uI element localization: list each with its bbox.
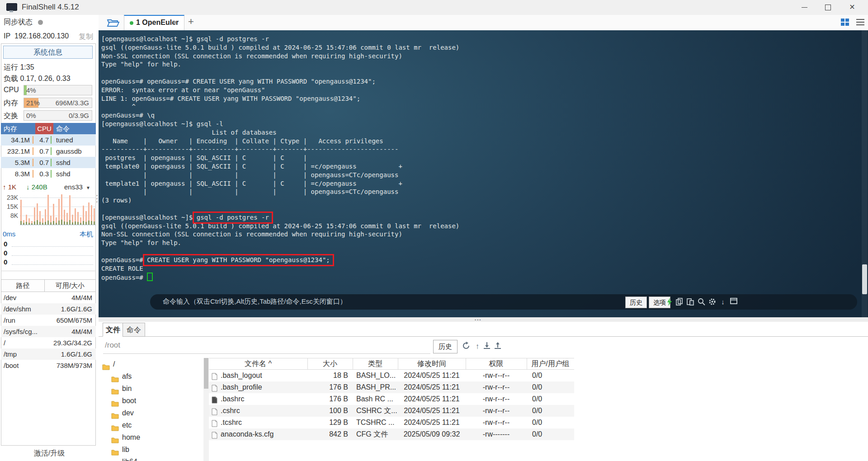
file-row-.tcshrc[interactable]: .tcshrc129 BTCSHRC ...2024/05/25 11:21-r…: [209, 417, 574, 428]
new-tab-button[interactable]: +: [188, 16, 194, 28]
ping-row: 0: [0, 240, 96, 249]
tree-item-etc[interactable]: etc: [99, 419, 203, 431]
path-history-button[interactable]: 历史: [433, 340, 458, 353]
window-icon[interactable]: [730, 298, 738, 306]
tree-item-dev[interactable]: dev: [99, 407, 203, 419]
download-bar: [34, 221, 35, 225]
tree-item-label: etc: [122, 419, 132, 431]
terminal-line: gsql ((openGauss-lite 5.0.1 build ) comp…: [101, 222, 459, 230]
tree-item-bin[interactable]: bin: [99, 382, 203, 395]
terminal-line: ERROR: syntax error at or near "openGaus…: [101, 86, 459, 94]
copy-icon[interactable]: [675, 298, 684, 306]
file-name: .bash_logout: [221, 370, 307, 381]
minimize-button[interactable]: [794, 0, 815, 14]
up-level-icon[interactable]: ↑: [472, 342, 482, 352]
file-row-anaconda-ks.cfg[interactable]: anaconda-ks.cfg842 BCFG 文件2025/05/09 09:…: [209, 428, 574, 440]
file-row-.cshrc[interactable]: .cshrc100 BCSHRC 文...2024/05/25 11:21-rw…: [209, 405, 574, 417]
terminal-text: [opengauss@localhost ~]$: [101, 214, 197, 221]
paste-icon[interactable]: [686, 298, 694, 306]
terminal-line: postgres | opengauss | SQL_ASCII | C | C…: [101, 154, 459, 162]
copy-ip-link[interactable]: 复制: [79, 32, 93, 42]
header-size[interactable]: 大小: [307, 358, 353, 369]
layout-grid-icon[interactable]: [841, 19, 850, 27]
disk-path: /tmp: [4, 348, 17, 360]
header-filename[interactable]: 文件名 ^: [209, 358, 308, 369]
sync-status-label: 同步状态: [4, 18, 33, 27]
terminal-line: [opengauss@localhost ~]$ gsql -d postgre…: [101, 213, 459, 222]
system-info-button[interactable]: 系统信息: [3, 46, 93, 59]
chevron-down-icon[interactable]: ▼: [86, 185, 90, 190]
terminal-line: ^: [101, 103, 459, 111]
download-icon[interactable]: [482, 342, 492, 352]
header-mtime[interactable]: 修改时间: [398, 358, 466, 369]
upload-icon[interactable]: [493, 342, 503, 352]
refresh-icon[interactable]: [461, 342, 471, 352]
memory-percent: 21%: [26, 99, 40, 107]
download-bar: [53, 221, 54, 225]
search-icon[interactable]: [697, 298, 705, 306]
terminal-text: openGauss=#: [101, 256, 147, 263]
history-button[interactable]: 历史: [625, 296, 647, 308]
window-title: FinalShell 4.5.12: [22, 3, 79, 12]
tree-item-boot[interactable]: boot: [99, 395, 203, 407]
download-icon[interactable]: ↓: [719, 298, 727, 306]
tree-item-root[interactable]: /: [99, 358, 203, 370]
file-size: 129 B: [307, 417, 348, 428]
download-bar: [69, 220, 71, 225]
terminal-scrollbar-thumb[interactable]: [862, 264, 867, 294]
terminal-line: Non-SSL connection (SSL connection is re…: [101, 230, 459, 239]
tree-item-lib[interactable]: lib: [99, 443, 203, 456]
process-header-memory[interactable]: 内存: [1, 123, 35, 134]
disk-header-size[interactable]: 可用/大小: [45, 280, 95, 292]
header-perm[interactable]: 权限: [466, 358, 527, 369]
close-button[interactable]: ✕: [842, 0, 863, 14]
download-bar: [94, 221, 95, 225]
activate-upgrade-link[interactable]: 激活/升级: [0, 449, 99, 458]
sidebar-splitter[interactable]: •••: [96, 194, 98, 204]
tab-commands[interactable]: 命令: [123, 323, 145, 337]
process-cell: tuned: [53, 134, 99, 146]
tree-item-lib64[interactable]: lib64: [99, 456, 203, 461]
lightning-icon[interactable]: [665, 298, 674, 306]
tree-item-label: dev: [122, 407, 134, 419]
net-ytick-8k: 8K: [3, 212, 18, 219]
path-input[interactable]: /root: [105, 341, 120, 350]
disk-table-header: 路径 可用/大小: [1, 279, 96, 292]
download-bar: [39, 222, 41, 225]
command-input-bar[interactable]: 命令输入（双击Ctrl切换,Alt历史,Tab路径/命令,Esc关闭窗口） 历史…: [150, 294, 857, 310]
file-mtime: 2024/05/25 11:21: [398, 405, 466, 417]
tree-item-label: bin: [122, 382, 132, 395]
file-row-.bashrc[interactable]: .bashrc176 BBash RC ...2024/05/25 11:21-…: [209, 393, 574, 405]
terminal-area[interactable]: [opengauss@localhost ~]$ gsql -d postgre…: [99, 30, 868, 317]
hamburger-menu-icon[interactable]: [856, 19, 864, 25]
network-traffic-chart: [20, 194, 96, 225]
gear-icon[interactable]: [708, 298, 716, 306]
finalshell-window: FinalShell 4.5.12 ✕ 同步状态 IP 192.168.200.…: [0, 0, 868, 461]
terminal-line: Name | Owner | Encoding | Collate | Ctyp…: [101, 137, 459, 146]
cpu-label: CPU: [4, 86, 24, 94]
file-row-.bash_logout[interactable]: .bash_logout18 BBASH_LO...2024/05/25 11:…: [209, 370, 574, 381]
maximize-button[interactable]: [817, 0, 838, 14]
disk-header-path[interactable]: 路径: [1, 280, 45, 292]
tab-openeuler[interactable]: 1 OpenEuler ×: [124, 15, 184, 31]
download-bar: [50, 222, 52, 225]
memory-gauge: 21% 696M/3.3G: [24, 98, 92, 108]
header-user[interactable]: 用户/用户组: [527, 358, 574, 369]
panel-divider[interactable]: ••••••: [99, 317, 868, 322]
tree-item-afs[interactable]: afs: [99, 370, 203, 382]
ping-host[interactable]: 本机: [80, 230, 93, 239]
tab-files[interactable]: 文件: [103, 323, 123, 337]
tree-scrollbar[interactable]: [203, 358, 209, 461]
open-folder-icon[interactable]: [107, 18, 119, 28]
tree-scrollbar-thumb[interactable]: [204, 358, 208, 389]
process-header-command[interactable]: 命令: [53, 123, 96, 134]
tab-close-icon[interactable]: ×: [173, 18, 177, 26]
terminal-line: (3 rows): [101, 196, 459, 205]
file-row-.bash_profile[interactable]: .bash_profile176 BBASH_PR...2024/05/25 1…: [209, 381, 574, 393]
header-type[interactable]: 类型: [353, 358, 398, 369]
terminal-line: Type "help" for help.: [101, 239, 459, 247]
net-interface-select[interactable]: ens33: [64, 183, 83, 191]
tree-item-home[interactable]: home: [99, 431, 203, 443]
terminal-line: List of databases: [101, 128, 459, 137]
process-header-cpu[interactable]: CPU: [35, 123, 53, 134]
